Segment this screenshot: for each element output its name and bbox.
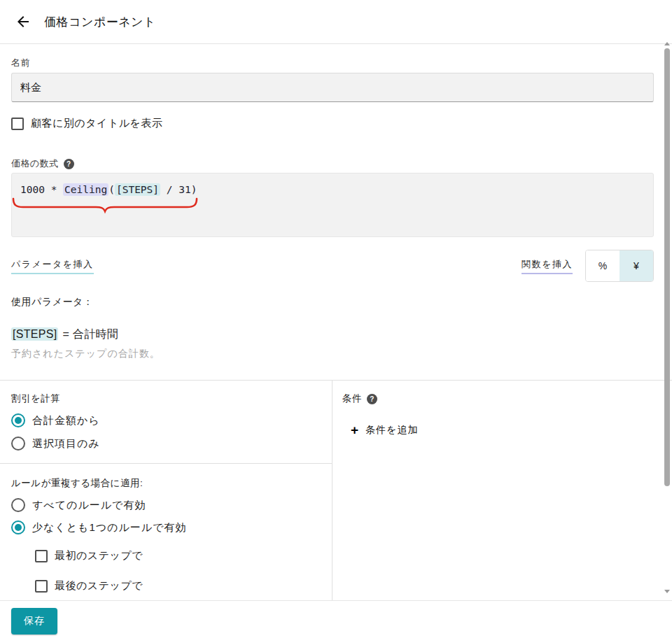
scrollbar-down-arrow-icon[interactable] <box>664 590 670 593</box>
header: 価格コンポーネント <box>0 0 672 44</box>
help-icon[interactable]: ? <box>367 394 377 404</box>
formula-action-row: パラメータを挿入 関数を挿入 % ¥ <box>11 250 654 282</box>
radio-row-all-rules[interactable]: すべてのルールで有効 <box>11 498 321 512</box>
formula-text: 1000 * Ceiling([STEPS] / 31) <box>20 184 645 195</box>
radio-row-from-total[interactable]: 合計金額から <box>11 413 321 427</box>
price-component-page: 価格コンポーネント 名前 顧客に別のタイトルを表示 価格の数式 ? 1000 *… <box>0 0 672 638</box>
radio-row-at-least-one-rule[interactable]: 少なくとも1つのルールで有効 <box>11 520 321 534</box>
name-input[interactable] <box>11 73 654 102</box>
conditions-column: 条件 ? + 条件を追加 <box>332 381 672 600</box>
formula-segment: / 31) <box>160 184 197 195</box>
insert-function-link[interactable]: 関数を挿入 <box>522 258 573 274</box>
scrollbar-up-arrow-icon[interactable] <box>664 42 670 45</box>
yen-toggle-button[interactable]: ¥ <box>620 250 653 281</box>
scrollbar[interactable] <box>664 42 671 598</box>
checkbox-row-first-step[interactable]: 最初のステップで <box>35 549 321 562</box>
footer: 保存 <box>0 600 672 638</box>
help-icon[interactable]: ? <box>64 159 74 169</box>
back-arrow-icon <box>15 13 31 30</box>
plus-icon: + <box>351 423 358 437</box>
checkbox-row-last-step[interactable]: 最後のステップで <box>35 579 321 593</box>
last-step-checkbox[interactable] <box>35 580 48 593</box>
conditions-title: 条件 <box>342 392 362 405</box>
scrollbar-thumb[interactable] <box>664 48 670 486</box>
parameter-description: 予約されたステップの合計数。 <box>11 348 654 360</box>
custom-title-checkbox-label: 顧客に別のタイトルを表示 <box>31 117 162 130</box>
radio-icon[interactable] <box>11 437 25 451</box>
radio-row-selected-items-only[interactable]: 選択項目のみ <box>11 437 321 451</box>
parameter-meaning: = 合計時間 <box>62 328 118 340</box>
discount-title: 割引を計算 <box>11 392 321 405</box>
radio-icon[interactable] <box>11 413 25 427</box>
discount-column: 割引を計算 合計金額から 選択項目のみ ルールが重複する場合に適用: すべてのル… <box>0 381 332 600</box>
checkbox-label: 最後のステップで <box>55 579 143 593</box>
add-condition-label: 条件を追加 <box>365 424 418 437</box>
formula-annotation-brace-icon <box>10 197 200 214</box>
formula-action-right-group: 関数を挿入 % ¥ <box>522 250 654 282</box>
radio-icon[interactable] <box>11 520 25 534</box>
checkbox-label: 最初のステップで <box>55 549 143 562</box>
save-button[interactable]: 保存 <box>11 608 57 635</box>
settings-columns: 割引を計算 合計金額から 選択項目のみ ルールが重複する場合に適用: すべてのル… <box>0 380 672 600</box>
add-condition-button[interactable]: + 条件を追加 <box>342 423 418 437</box>
radio-icon[interactable] <box>11 498 25 512</box>
radio-label: 少なくとも1つのルールで有効 <box>32 521 187 534</box>
formula-label: 価格の数式 <box>11 157 59 170</box>
formula-function-token: Ceiling <box>63 183 108 196</box>
custom-title-checkbox[interactable] <box>11 118 24 130</box>
parameter-name-token: [STEPS] <box>11 327 58 341</box>
overlap-rules-title: ルールが重複する場合に適用: <box>11 477 321 490</box>
formula-segment: 1000 * <box>20 184 63 195</box>
radio-label: 選択項目のみ <box>32 437 100 451</box>
insert-parameter-link[interactable]: パラメータを挿入 <box>11 258 94 274</box>
formula-editor[interactable]: 1000 * Ceiling([STEPS] / 31) <box>11 173 654 237</box>
formula-segment: ( <box>108 184 115 195</box>
conditions-title-row: 条件 ? <box>342 392 672 405</box>
radio-label: 合計金額から <box>32 414 100 427</box>
parameter-definition: [STEPS]= 合計時間 <box>11 327 654 342</box>
radio-label: すべてのルールで有効 <box>32 499 146 512</box>
unit-toggle-group: % ¥ <box>585 250 654 282</box>
back-button[interactable] <box>13 11 34 32</box>
used-parameters-title: 使用パラメータ： <box>11 296 654 309</box>
formula-parameter-token: [STEPS] <box>115 183 160 196</box>
name-label: 名前 <box>11 57 654 69</box>
percent-toggle-button[interactable]: % <box>586 250 620 281</box>
formula-label-row: 価格の数式 ? <box>11 157 654 170</box>
main-content: 名前 顧客に別のタイトルを表示 価格の数式 ? 1000 * Ceiling([… <box>0 44 672 600</box>
section-divider <box>0 463 332 464</box>
first-step-checkbox[interactable] <box>35 550 48 562</box>
custom-title-checkbox-row[interactable]: 顧客に別のタイトルを表示 <box>11 117 654 130</box>
page-title: 価格コンポーネント <box>44 14 156 30</box>
